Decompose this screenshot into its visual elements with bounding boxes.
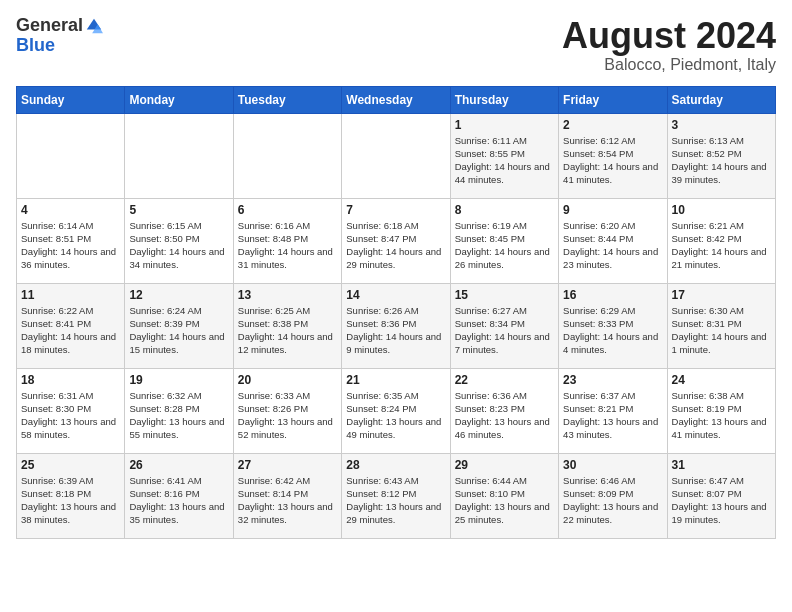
day-info: Sunrise: 6:43 AM Sunset: 8:12 PM Dayligh… xyxy=(346,474,445,527)
week-row-2: 4Sunrise: 6:14 AM Sunset: 8:51 PM Daylig… xyxy=(17,198,776,283)
calendar-cell: 3Sunrise: 6:13 AM Sunset: 8:52 PM Daylig… xyxy=(667,113,775,198)
day-number: 10 xyxy=(672,203,771,217)
logo: General Blue xyxy=(16,16,103,56)
day-number: 27 xyxy=(238,458,337,472)
day-info: Sunrise: 6:38 AM Sunset: 8:19 PM Dayligh… xyxy=(672,389,771,442)
day-info: Sunrise: 6:25 AM Sunset: 8:38 PM Dayligh… xyxy=(238,304,337,357)
calendar-cell: 21Sunrise: 6:35 AM Sunset: 8:24 PM Dayli… xyxy=(342,368,450,453)
calendar-title: August 2024 xyxy=(562,16,776,56)
day-number: 2 xyxy=(563,118,662,132)
calendar-cell: 24Sunrise: 6:38 AM Sunset: 8:19 PM Dayli… xyxy=(667,368,775,453)
day-info: Sunrise: 6:22 AM Sunset: 8:41 PM Dayligh… xyxy=(21,304,120,357)
calendar-cell: 8Sunrise: 6:19 AM Sunset: 8:45 PM Daylig… xyxy=(450,198,558,283)
calendar-cell: 5Sunrise: 6:15 AM Sunset: 8:50 PM Daylig… xyxy=(125,198,233,283)
logo-icon xyxy=(85,17,103,35)
calendar-cell: 19Sunrise: 6:32 AM Sunset: 8:28 PM Dayli… xyxy=(125,368,233,453)
day-number: 12 xyxy=(129,288,228,302)
day-info: Sunrise: 6:39 AM Sunset: 8:18 PM Dayligh… xyxy=(21,474,120,527)
calendar-cell: 28Sunrise: 6:43 AM Sunset: 8:12 PM Dayli… xyxy=(342,453,450,538)
day-number: 3 xyxy=(672,118,771,132)
day-info: Sunrise: 6:14 AM Sunset: 8:51 PM Dayligh… xyxy=(21,219,120,272)
calendar-cell: 31Sunrise: 6:47 AM Sunset: 8:07 PM Dayli… xyxy=(667,453,775,538)
day-info: Sunrise: 6:29 AM Sunset: 8:33 PM Dayligh… xyxy=(563,304,662,357)
day-number: 30 xyxy=(563,458,662,472)
day-info: Sunrise: 6:16 AM Sunset: 8:48 PM Dayligh… xyxy=(238,219,337,272)
calendar-cell: 11Sunrise: 6:22 AM Sunset: 8:41 PM Dayli… xyxy=(17,283,125,368)
day-info: Sunrise: 6:47 AM Sunset: 8:07 PM Dayligh… xyxy=(672,474,771,527)
calendar-cell: 18Sunrise: 6:31 AM Sunset: 8:30 PM Dayli… xyxy=(17,368,125,453)
day-number: 14 xyxy=(346,288,445,302)
day-info: Sunrise: 6:27 AM Sunset: 8:34 PM Dayligh… xyxy=(455,304,554,357)
calendar-cell: 17Sunrise: 6:30 AM Sunset: 8:31 PM Dayli… xyxy=(667,283,775,368)
calendar-cell: 2Sunrise: 6:12 AM Sunset: 8:54 PM Daylig… xyxy=(559,113,667,198)
day-info: Sunrise: 6:32 AM Sunset: 8:28 PM Dayligh… xyxy=(129,389,228,442)
calendar-cell: 23Sunrise: 6:37 AM Sunset: 8:21 PM Dayli… xyxy=(559,368,667,453)
day-info: Sunrise: 6:46 AM Sunset: 8:09 PM Dayligh… xyxy=(563,474,662,527)
week-row-1: 1Sunrise: 6:11 AM Sunset: 8:55 PM Daylig… xyxy=(17,113,776,198)
day-number: 6 xyxy=(238,203,337,217)
day-number: 7 xyxy=(346,203,445,217)
weekday-header-wednesday: Wednesday xyxy=(342,86,450,113)
day-number: 8 xyxy=(455,203,554,217)
calendar-header: SundayMondayTuesdayWednesdayThursdayFrid… xyxy=(17,86,776,113)
day-number: 15 xyxy=(455,288,554,302)
calendar-cell: 29Sunrise: 6:44 AM Sunset: 8:10 PM Dayli… xyxy=(450,453,558,538)
calendar-cell: 9Sunrise: 6:20 AM Sunset: 8:44 PM Daylig… xyxy=(559,198,667,283)
day-number: 24 xyxy=(672,373,771,387)
calendar-cell: 1Sunrise: 6:11 AM Sunset: 8:55 PM Daylig… xyxy=(450,113,558,198)
day-number: 20 xyxy=(238,373,337,387)
day-number: 19 xyxy=(129,373,228,387)
calendar-cell: 20Sunrise: 6:33 AM Sunset: 8:26 PM Dayli… xyxy=(233,368,341,453)
day-info: Sunrise: 6:26 AM Sunset: 8:36 PM Dayligh… xyxy=(346,304,445,357)
calendar-cell: 14Sunrise: 6:26 AM Sunset: 8:36 PM Dayli… xyxy=(342,283,450,368)
day-number: 9 xyxy=(563,203,662,217)
calendar-cell: 25Sunrise: 6:39 AM Sunset: 8:18 PM Dayli… xyxy=(17,453,125,538)
day-number: 23 xyxy=(563,373,662,387)
day-number: 22 xyxy=(455,373,554,387)
day-number: 25 xyxy=(21,458,120,472)
day-info: Sunrise: 6:20 AM Sunset: 8:44 PM Dayligh… xyxy=(563,219,662,272)
calendar-table: SundayMondayTuesdayWednesdayThursdayFrid… xyxy=(16,86,776,539)
day-number: 16 xyxy=(563,288,662,302)
day-number: 29 xyxy=(455,458,554,472)
title-area: August 2024 Balocco, Piedmont, Italy xyxy=(562,16,776,74)
day-number: 28 xyxy=(346,458,445,472)
weekday-header-saturday: Saturday xyxy=(667,86,775,113)
day-number: 4 xyxy=(21,203,120,217)
calendar-cell: 10Sunrise: 6:21 AM Sunset: 8:42 PM Dayli… xyxy=(667,198,775,283)
calendar-cell: 13Sunrise: 6:25 AM Sunset: 8:38 PM Dayli… xyxy=(233,283,341,368)
calendar-cell: 6Sunrise: 6:16 AM Sunset: 8:48 PM Daylig… xyxy=(233,198,341,283)
day-info: Sunrise: 6:19 AM Sunset: 8:45 PM Dayligh… xyxy=(455,219,554,272)
day-info: Sunrise: 6:33 AM Sunset: 8:26 PM Dayligh… xyxy=(238,389,337,442)
header: General Blue August 2024 Balocco, Piedmo… xyxy=(16,16,776,74)
calendar-cell: 16Sunrise: 6:29 AM Sunset: 8:33 PM Dayli… xyxy=(559,283,667,368)
day-info: Sunrise: 6:35 AM Sunset: 8:24 PM Dayligh… xyxy=(346,389,445,442)
day-info: Sunrise: 6:42 AM Sunset: 8:14 PM Dayligh… xyxy=(238,474,337,527)
day-number: 31 xyxy=(672,458,771,472)
calendar-cell: 27Sunrise: 6:42 AM Sunset: 8:14 PM Dayli… xyxy=(233,453,341,538)
day-info: Sunrise: 6:12 AM Sunset: 8:54 PM Dayligh… xyxy=(563,134,662,187)
day-info: Sunrise: 6:24 AM Sunset: 8:39 PM Dayligh… xyxy=(129,304,228,357)
day-number: 13 xyxy=(238,288,337,302)
weekday-header-friday: Friday xyxy=(559,86,667,113)
calendar-cell: 26Sunrise: 6:41 AM Sunset: 8:16 PM Dayli… xyxy=(125,453,233,538)
weekday-header-monday: Monday xyxy=(125,86,233,113)
day-number: 18 xyxy=(21,373,120,387)
calendar-cell: 12Sunrise: 6:24 AM Sunset: 8:39 PM Dayli… xyxy=(125,283,233,368)
weekday-row: SundayMondayTuesdayWednesdayThursdayFrid… xyxy=(17,86,776,113)
day-number: 5 xyxy=(129,203,228,217)
logo-general-text: General xyxy=(16,16,83,36)
day-number: 1 xyxy=(455,118,554,132)
day-number: 21 xyxy=(346,373,445,387)
day-info: Sunrise: 6:13 AM Sunset: 8:52 PM Dayligh… xyxy=(672,134,771,187)
calendar-cell: 4Sunrise: 6:14 AM Sunset: 8:51 PM Daylig… xyxy=(17,198,125,283)
calendar-cell: 22Sunrise: 6:36 AM Sunset: 8:23 PM Dayli… xyxy=(450,368,558,453)
day-info: Sunrise: 6:30 AM Sunset: 8:31 PM Dayligh… xyxy=(672,304,771,357)
day-info: Sunrise: 6:11 AM Sunset: 8:55 PM Dayligh… xyxy=(455,134,554,187)
week-row-3: 11Sunrise: 6:22 AM Sunset: 8:41 PM Dayli… xyxy=(17,283,776,368)
day-info: Sunrise: 6:18 AM Sunset: 8:47 PM Dayligh… xyxy=(346,219,445,272)
day-info: Sunrise: 6:41 AM Sunset: 8:16 PM Dayligh… xyxy=(129,474,228,527)
day-number: 26 xyxy=(129,458,228,472)
week-row-5: 25Sunrise: 6:39 AM Sunset: 8:18 PM Dayli… xyxy=(17,453,776,538)
calendar-cell: 30Sunrise: 6:46 AM Sunset: 8:09 PM Dayli… xyxy=(559,453,667,538)
